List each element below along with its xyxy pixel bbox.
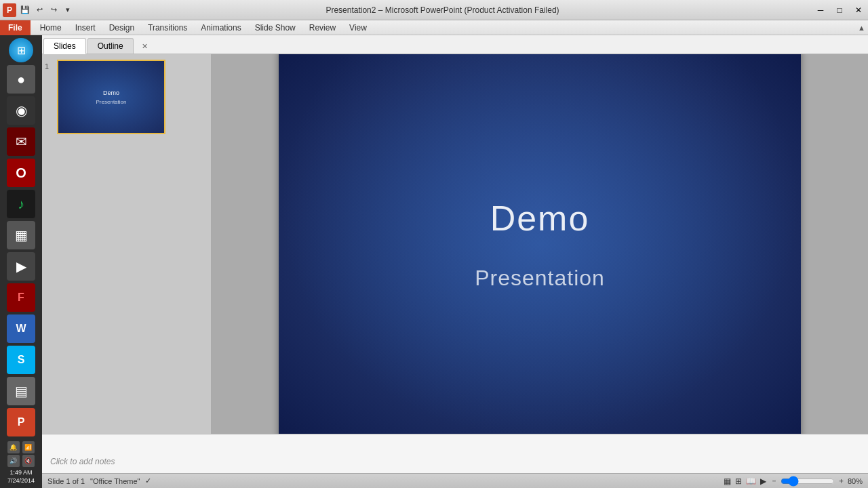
title-bar: P 💾 ↩ ↪ ▾ Presentation2 – Microsoft Powe… — [0, 0, 868, 20]
theme-name: "Office Theme" — [90, 477, 140, 485]
statusbar-left: Slide 1 of 1 "Office Theme" ✓ — [47, 476, 151, 485]
zoom-in-icon[interactable]: ＋ — [837, 476, 845, 486]
save-button[interactable]: 💾 — [19, 4, 31, 16]
thumb-subtitle: Presentation — [96, 99, 127, 105]
minimize-button[interactable]: ─ — [811, 1, 830, 20]
tab-insert[interactable]: Insert — [68, 20, 102, 35]
zoom-level: 80% — [848, 477, 863, 485]
panel-area: Slides Outline ✕ 1 Demo Presentation Dem… — [42, 35, 868, 488]
main-area: ⊞ ● ◉ ✉ O ♪ ▦ ▶ F W S ▤ P 🔔 📶 🔊 🔇 1:49 A… — [0, 35, 868, 488]
redo-button[interactable]: ↪ — [47, 4, 60, 16]
tab-review[interactable]: Review — [302, 20, 342, 35]
tab-home[interactable]: Home — [33, 20, 68, 35]
maximize-button[interactable]: □ — [830, 1, 849, 20]
sound-icon[interactable]: 🔊 — [7, 455, 20, 467]
undo-button[interactable]: ↩ — [33, 4, 45, 16]
taskbar-powerpoint[interactable]: P — [7, 408, 35, 436]
app-icon: P — [3, 3, 16, 17]
statusbar-right: ▦ ⊞ 📖 ▶ － ＋ 80% — [724, 476, 863, 486]
zoom-out-icon[interactable]: － — [770, 476, 778, 486]
accessibility-icon[interactable]: ✓ — [145, 476, 151, 485]
slide-title[interactable]: Demo — [490, 198, 590, 239]
tab-transitions[interactable]: Transitions — [141, 20, 194, 35]
taskbar-windows-start[interactable]: ⊞ — [9, 38, 33, 62]
notes-placeholder[interactable]: Click to add notes — [50, 457, 115, 466]
slide-info: Slide 1 of 1 — [47, 477, 85, 485]
thumb-title: Demo — [103, 89, 119, 96]
close-button[interactable]: ✕ — [849, 1, 868, 20]
taskbar-explorer[interactable]: ▤ — [7, 377, 35, 405]
taskbar-files[interactable]: ▦ — [7, 221, 35, 249]
notification-icon[interactable]: 🔔 — [7, 441, 20, 453]
taskbar-word[interactable]: W — [7, 314, 35, 343]
taskbar-email[interactable]: ✉ — [7, 127, 35, 156]
window-title: Presentation2 – Microsoft PowerPoint (Pr… — [74, 5, 811, 15]
tab-slideshow[interactable]: Slide Show — [248, 20, 302, 35]
list-item: 1 Demo Presentation — [45, 60, 208, 134]
slide-canvas[interactable]: Demo Presentation — [279, 54, 801, 434]
quick-access-toolbar: 💾 ↩ ↪ ▾ — [19, 4, 74, 16]
taskbar-opera[interactable]: O — [7, 159, 35, 187]
taskbar-chrome[interactable]: ● — [7, 65, 35, 94]
taskbar-media[interactable]: ▶ — [7, 252, 35, 281]
file-tab[interactable]: File — [0, 20, 31, 35]
volume-icon[interactable]: 🔇 — [22, 455, 35, 467]
content-area: 1 Demo Presentation Demo Presentation — [42, 54, 868, 434]
slide-sorter-icon[interactable]: ⊞ — [735, 476, 742, 486]
slide-edit-area[interactable]: Demo Presentation — [212, 54, 868, 434]
slide-number: 1 — [45, 60, 54, 70]
zoom-slider[interactable] — [781, 477, 835, 485]
slide-subtitle[interactable]: Presentation — [475, 266, 605, 291]
taskbar-skype[interactable]: S — [7, 346, 35, 374]
window-controls: ─ □ ✕ — [811, 1, 868, 20]
clock: 1:49 AM 7/24/2014 — [7, 468, 35, 485]
normal-view-icon[interactable]: ▦ — [724, 476, 731, 486]
slideshow-icon[interactable]: ▶ — [760, 476, 766, 486]
tab-design[interactable]: Design — [102, 20, 141, 35]
tab-outline[interactable]: Outline — [87, 38, 134, 54]
status-bar: Slide 1 of 1 "Office Theme" ✓ ▦ ⊞ 📖 ▶ － … — [42, 473, 868, 488]
taskbar-filezilla[interactable]: F — [7, 283, 35, 312]
taskbar-spotify[interactable]: ♪ — [7, 190, 35, 218]
reading-view-icon[interactable]: 📖 — [746, 476, 756, 486]
taskbar-steam[interactable]: ◉ — [7, 96, 35, 125]
taskbar: ⊞ ● ◉ ✉ O ♪ ▦ ▶ F W S ▤ P 🔔 📶 🔊 🔇 1:49 A… — [0, 35, 42, 488]
ribbon-collapse[interactable]: ▲ — [858, 24, 868, 32]
slides-panel: 1 Demo Presentation — [42, 54, 212, 434]
tab-animations[interactable]: Animations — [194, 20, 248, 35]
slide-thumbnail[interactable]: Demo Presentation — [57, 60, 165, 134]
dropdown-button[interactable]: ▾ — [62, 4, 74, 16]
tab-view[interactable]: View — [342, 20, 374, 35]
panel-close[interactable]: ✕ — [138, 39, 152, 54]
tab-slides[interactable]: Slides — [43, 38, 86, 54]
ribbon: File Home Insert Design Transitions Anim… — [0, 20, 868, 35]
network-icon[interactable]: 📶 — [22, 441, 35, 453]
taskbar-bottom: 🔔 📶 🔊 🔇 1:49 AM 7/24/2014 — [7, 441, 35, 488]
zoom-controls: － ＋ 80% — [770, 476, 863, 486]
panel-tabs: Slides Outline ✕ — [42, 35, 868, 54]
